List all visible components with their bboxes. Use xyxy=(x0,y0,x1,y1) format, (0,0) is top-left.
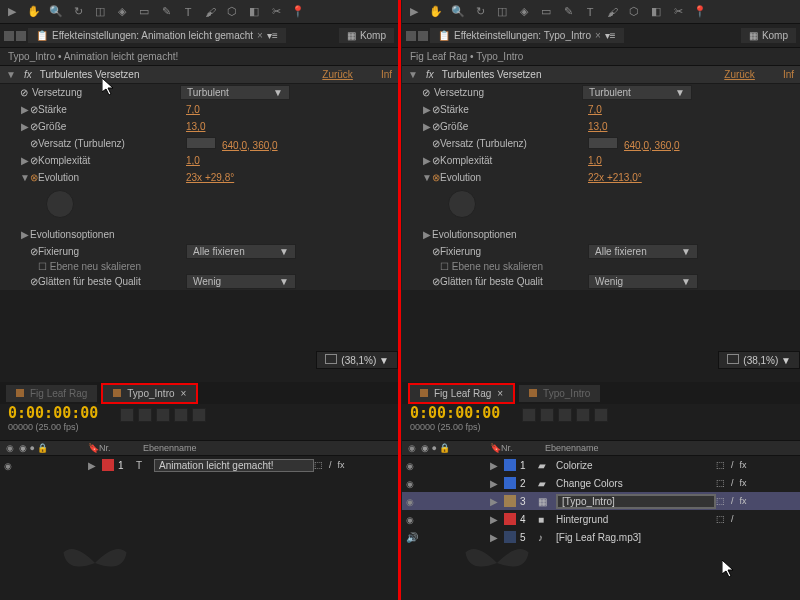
stopwatch-icon[interactable]: ⊘ xyxy=(20,87,28,98)
tl-icon[interactable] xyxy=(156,408,170,422)
twirl-icon[interactable]: ▶ xyxy=(20,121,30,132)
twirl-icon[interactable]: ▶ xyxy=(20,155,30,166)
layer-name[interactable]: Hintergrund xyxy=(556,514,716,525)
camera-tool[interactable]: ◫ xyxy=(92,4,108,20)
switch-icon[interactable]: ⬚ xyxy=(716,478,725,488)
layer-name[interactable]: [Fig Leaf Rag.mp3] xyxy=(556,532,716,543)
evolution-value[interactable]: 22x +213,0° xyxy=(588,172,794,183)
zoom-tool[interactable]: 🔍 xyxy=(48,4,64,20)
tl-icon[interactable] xyxy=(594,408,608,422)
puppet-tool[interactable]: 📍 xyxy=(290,4,306,20)
label-color[interactable] xyxy=(102,459,114,471)
tl-icon[interactable] xyxy=(540,408,554,422)
eraser-tool[interactable]: ◧ xyxy=(246,4,262,20)
stopwatch-icon[interactable]: ⊘ xyxy=(30,246,38,257)
fx-icon[interactable]: fx xyxy=(24,69,32,80)
shape-tool[interactable]: ▭ xyxy=(538,4,554,20)
stopwatch-icon[interactable]: ⊘ xyxy=(30,155,38,166)
versatz-value[interactable]: 640,0, 360,0 xyxy=(624,140,680,151)
visibility-icon[interactable] xyxy=(406,478,416,488)
tab-komp[interactable]: ▦ Komp xyxy=(339,28,394,43)
pen-tool[interactable]: ✎ xyxy=(158,4,174,20)
effect-header[interactable]: ▼fx Turbulentes Versetzen Zurück Inf xyxy=(402,66,800,84)
brush-tool[interactable]: 🖌 xyxy=(604,4,620,20)
layer-name[interactable]: Animation leicht gemacht! xyxy=(154,459,314,472)
tl-icon[interactable] xyxy=(522,408,536,422)
staerke-value[interactable]: 7,0 xyxy=(186,104,392,115)
anchor-tool[interactable]: ◈ xyxy=(114,4,130,20)
twirl-icon[interactable]: ▶ xyxy=(88,460,102,471)
position-icon[interactable] xyxy=(588,137,618,149)
stopwatch-icon[interactable]: ⊘ xyxy=(432,276,440,287)
versetzung-dropdown[interactable]: Turbulent▼ xyxy=(180,85,290,100)
selection-tool[interactable]: ▶ xyxy=(406,4,422,20)
komplex-value[interactable]: 1,0 xyxy=(186,155,392,166)
lock2-icon[interactable] xyxy=(16,31,26,41)
info-link[interactable]: Inf xyxy=(381,69,392,80)
shape-tool[interactable]: ▭ xyxy=(136,4,152,20)
komplex-value[interactable]: 1,0 xyxy=(588,155,794,166)
timeline-tab-figleaf[interactable]: Fig Leaf Rag × xyxy=(408,383,515,404)
reset-link[interactable]: Zurück xyxy=(724,69,755,80)
tl-icon[interactable] xyxy=(138,408,152,422)
groesse-value[interactable]: 13,0 xyxy=(186,121,392,132)
twirl-icon[interactable]: ▶ xyxy=(20,229,30,240)
stopwatch-icon[interactable]: ⊘ xyxy=(432,246,440,257)
versetzung-dropdown[interactable]: Turbulent▼ xyxy=(582,85,692,100)
tab-effects[interactable]: 📋 Effekteinstellungen: Animation leicht … xyxy=(28,28,286,43)
stopwatch-icon[interactable]: ⊘ xyxy=(30,121,38,132)
effect-header[interactable]: ▼ fx Turbulentes Versetzen Zurück Inf xyxy=(0,66,398,84)
groesse-value[interactable]: 13,0 xyxy=(588,121,794,132)
tl-icon[interactable] xyxy=(192,408,206,422)
close-icon[interactable]: × xyxy=(497,388,503,399)
text-tool[interactable]: T xyxy=(582,4,598,20)
brush-tool[interactable]: 🖌 xyxy=(202,4,218,20)
stamp-tool[interactable]: ⬡ xyxy=(626,4,642,20)
stopwatch-icon[interactable]: ⊘ xyxy=(432,104,440,115)
stopwatch-icon[interactable]: ⊘ xyxy=(30,104,38,115)
stopwatch-keyed-icon[interactable]: ⊗ xyxy=(432,172,440,183)
glaetten-dropdown[interactable]: Wenig▼ xyxy=(186,274,296,289)
position-icon[interactable] xyxy=(186,137,216,149)
reset-link[interactable]: Zurück xyxy=(322,69,353,80)
fixierung-dropdown[interactable]: Alle fixieren▼ xyxy=(186,244,296,259)
layer-row[interactable]: ▶4■Hintergrund⬚/ xyxy=(402,510,800,528)
selection-tool[interactable]: ▶ xyxy=(4,4,20,20)
anchor-tool[interactable]: ◈ xyxy=(516,4,532,20)
timecode[interactable]: 0:00:00:00 xyxy=(410,404,500,422)
timecode[interactable]: 0:00:00:00 xyxy=(8,404,98,422)
layer-row[interactable]: ▶1▰Colorize⬚/fx xyxy=(402,456,800,474)
visibility-icon[interactable] xyxy=(406,460,416,470)
timeline-tab-typo[interactable]: Typo_Intro xyxy=(519,385,600,402)
switch-icon[interactable]: ⬚ xyxy=(314,460,323,470)
text-tool[interactable]: T xyxy=(180,4,196,20)
info-link[interactable]: Inf xyxy=(783,69,794,80)
timeline-tab-typo[interactable]: Typo_Intro × xyxy=(101,383,198,404)
staerke-value[interactable]: 7,0 xyxy=(588,104,794,115)
visibility-icon[interactable] xyxy=(4,460,14,470)
switch-icon[interactable]: ⬚ xyxy=(716,496,725,506)
stopwatch-icon[interactable]: ⊘ xyxy=(30,138,38,149)
twirl-icon[interactable]: ▼ xyxy=(408,69,418,80)
close-icon[interactable]: × xyxy=(595,30,601,41)
stopwatch-icon[interactable]: ⊘ xyxy=(432,121,440,132)
close-icon[interactable]: × xyxy=(257,30,263,41)
zoom-tool[interactable]: 🔍 xyxy=(450,4,466,20)
puppet-tool[interactable]: 📍 xyxy=(692,4,708,20)
switch-icon[interactable]: fx xyxy=(338,460,345,470)
eraser-tool[interactable]: ◧ xyxy=(648,4,664,20)
tl-icon[interactable] xyxy=(576,408,590,422)
lock-icon[interactable] xyxy=(406,31,416,41)
label-color[interactable] xyxy=(504,477,516,489)
tab-effects[interactable]: 📋 Effekteinstellungen: Typo_Intro × ▾≡ xyxy=(430,28,624,43)
stopwatch-icon[interactable]: ⊘ xyxy=(30,276,38,287)
layer-name[interactable]: [Typo_Intro] xyxy=(556,494,716,509)
switch-icon[interactable]: / xyxy=(329,460,332,470)
layer-row[interactable]: ▶ 1 T Animation leicht gemacht! ⬚/fx xyxy=(0,456,398,474)
stopwatch-keyed-icon[interactable]: ⊗ xyxy=(30,172,38,183)
evolution-dial[interactable] xyxy=(0,186,120,226)
label-color[interactable] xyxy=(504,459,516,471)
roto-tool[interactable]: ✂ xyxy=(670,4,686,20)
tl-icon[interactable] xyxy=(558,408,572,422)
evolution-value[interactable]: 23x +29,8° xyxy=(186,172,392,183)
